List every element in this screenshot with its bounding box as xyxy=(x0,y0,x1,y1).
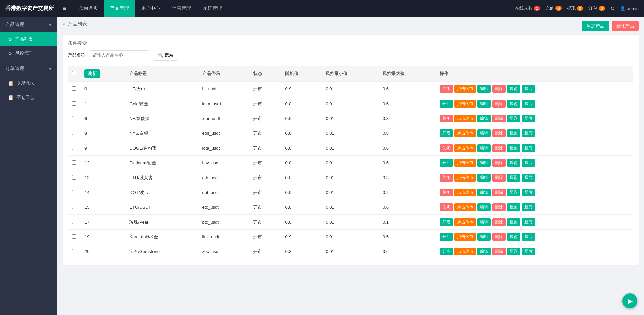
edit-button[interactable]: 编辑 xyxy=(477,174,491,182)
delete-row-button[interactable]: 删除 xyxy=(492,248,506,255)
refresh-icon[interactable]: ↻ xyxy=(610,5,615,12)
delete-row-button[interactable]: 删除 xyxy=(492,129,506,137)
show-profit-button[interactable]: 显盈 xyxy=(507,174,520,182)
pause-button[interactable]: 点击休市 xyxy=(454,159,476,167)
row-checkbox[interactable] xyxy=(72,234,76,239)
sidebar-section-orders-header[interactable]: 订单管理 ∨ xyxy=(0,61,57,76)
pause-button[interactable]: 点击休市 xyxy=(454,248,476,255)
sidebar-item-close-log[interactable]: 📋 平仓日志 xyxy=(0,90,57,105)
row-checkbox[interactable] xyxy=(72,116,76,120)
delete-row-button[interactable]: 删除 xyxy=(492,218,506,226)
toggle-button[interactable]: 开启 xyxy=(440,159,453,167)
sidebar-item-transaction[interactable]: 📋 交易流水 xyxy=(0,76,57,90)
edit-button[interactable]: 编辑 xyxy=(477,144,491,152)
row-checkbox[interactable] xyxy=(72,131,76,135)
show-profit-button[interactable]: 显盈 xyxy=(507,159,520,167)
sidebar-item-product-list[interactable]: ⚙ 产品列表 xyxy=(0,32,57,46)
nav-item-info[interactable]: 信息管理 xyxy=(166,0,197,17)
row-checkbox[interactable] xyxy=(72,160,76,165)
row-checkbox[interactable] xyxy=(72,190,76,194)
delete-row-button[interactable]: 删除 xyxy=(492,203,506,211)
edit-button[interactable]: 编辑 xyxy=(477,233,491,241)
admin-menu[interactable]: 👤 admin xyxy=(620,6,639,11)
edit-button[interactable]: 编辑 xyxy=(477,203,491,211)
fab-button[interactable]: ▶ xyxy=(622,293,637,308)
pause-button[interactable]: 点击休市 xyxy=(454,218,476,226)
row-checkbox[interactable] xyxy=(72,101,76,106)
sidebar-section-products-header[interactable]: 产品管理 ∨ xyxy=(0,17,57,32)
row-checkbox[interactable] xyxy=(72,205,76,209)
select-all-checkbox[interactable] xyxy=(72,71,76,75)
edit-button[interactable]: 编辑 xyxy=(477,115,491,122)
show-profit-button[interactable]: 显盈 xyxy=(507,129,520,137)
nav-item-users[interactable]: 用户中心 xyxy=(135,0,166,17)
pause-button[interactable]: 点击休市 xyxy=(454,115,476,122)
toggle-button[interactable]: 关闭 xyxy=(440,174,453,182)
toggle-button[interactable]: 关闭 xyxy=(440,144,453,152)
show-profit-button[interactable]: 显盈 xyxy=(507,144,520,152)
pause-button[interactable]: 点击休市 xyxy=(454,233,476,241)
row-checkbox[interactable] xyxy=(72,249,76,253)
search-input[interactable] xyxy=(89,50,149,60)
show-profit-button[interactable]: 显盈 xyxy=(507,218,520,226)
recharge-item[interactable]: 充值 0 xyxy=(545,5,562,11)
pause-button[interactable]: 点击休市 xyxy=(454,100,476,108)
delete-row-button[interactable]: 删除 xyxy=(492,115,506,122)
show-loss-button[interactable]: 显亏 xyxy=(522,159,535,167)
show-profit-button[interactable]: 显盈 xyxy=(507,189,520,196)
show-profit-button[interactable]: 显盈 xyxy=(507,100,520,108)
delete-row-button[interactable]: 删除 xyxy=(492,174,506,182)
toggle-button[interactable]: 开启 xyxy=(440,218,453,226)
nav-item-system[interactable]: 系统管理 xyxy=(197,0,228,17)
toggle-button[interactable]: 开启 xyxy=(440,248,453,255)
edit-button[interactable]: 编辑 xyxy=(477,85,491,93)
edit-button[interactable]: 编辑 xyxy=(477,189,491,196)
toggle-button[interactable]: 关闭 xyxy=(440,115,453,122)
pause-button[interactable]: 点击休市 xyxy=(454,129,476,137)
order-item[interactable]: 订单 0 xyxy=(588,5,605,11)
menu-toggle-icon[interactable]: ≡ xyxy=(63,5,66,12)
search-button[interactable]: 🔍 搜索 xyxy=(153,50,178,61)
toggle-button[interactable]: 开启 xyxy=(440,233,453,241)
show-loss-button[interactable]: 显亏 xyxy=(522,233,535,241)
refresh-table-button[interactable]: 刷新 xyxy=(84,69,100,78)
show-loss-button[interactable]: 显亏 xyxy=(522,203,535,211)
sidebar-item-risk-control[interactable]: ⚙ 风控管理 xyxy=(0,46,57,61)
edit-button[interactable]: 编辑 xyxy=(477,159,491,167)
nav-item-home[interactable]: 后台首页 xyxy=(73,0,104,17)
pause-button[interactable]: 点击休市 xyxy=(454,203,476,211)
edit-button[interactable]: 编辑 xyxy=(477,248,491,255)
delete-row-button[interactable]: 删除 xyxy=(492,85,506,93)
row-checkbox[interactable] xyxy=(72,86,76,91)
show-loss-button[interactable]: 显亏 xyxy=(522,174,535,182)
edit-button[interactable]: 编辑 xyxy=(477,100,491,108)
delete-row-button[interactable]: 删除 xyxy=(492,233,506,241)
add-product-button[interactable]: 添加产品 xyxy=(582,21,609,31)
edit-button[interactable]: 编辑 xyxy=(477,218,491,226)
show-loss-button[interactable]: 显亏 xyxy=(522,85,535,93)
show-loss-button[interactable]: 显亏 xyxy=(522,218,535,226)
row-checkbox[interactable] xyxy=(72,146,76,150)
withdraw-item[interactable]: 提现 0 xyxy=(567,5,583,11)
toggle-button[interactable]: 关闭 xyxy=(440,189,453,196)
edit-button[interactable]: 编辑 xyxy=(477,129,491,137)
pause-button[interactable]: 点击休市 xyxy=(454,189,476,196)
show-profit-button[interactable]: 显盈 xyxy=(507,233,520,241)
row-checkbox[interactable] xyxy=(72,175,76,180)
toggle-button[interactable]: 关闭 xyxy=(440,203,453,211)
delete-product-button[interactable]: 删除产品 xyxy=(612,21,639,31)
show-loss-button[interactable]: 显亏 xyxy=(522,189,535,196)
delete-row-button[interactable]: 删除 xyxy=(492,189,506,196)
toggle-button[interactable]: 开启 xyxy=(440,100,453,108)
pause-button[interactable]: 点击休市 xyxy=(454,174,476,182)
show-profit-button[interactable]: 显盈 xyxy=(507,203,520,211)
pause-button[interactable]: 点击休市 xyxy=(454,144,476,152)
show-loss-button[interactable]: 显亏 xyxy=(522,115,535,122)
show-profit-button[interactable]: 显盈 xyxy=(507,115,520,122)
show-profit-button[interactable]: 显盈 xyxy=(507,248,520,255)
show-loss-button[interactable]: 显亏 xyxy=(522,129,535,137)
show-loss-button[interactable]: 显亏 xyxy=(522,100,535,108)
toggle-button[interactable]: 关闭 xyxy=(440,85,453,93)
show-loss-button[interactable]: 显亏 xyxy=(522,144,535,152)
delete-row-button[interactable]: 删除 xyxy=(492,159,506,167)
